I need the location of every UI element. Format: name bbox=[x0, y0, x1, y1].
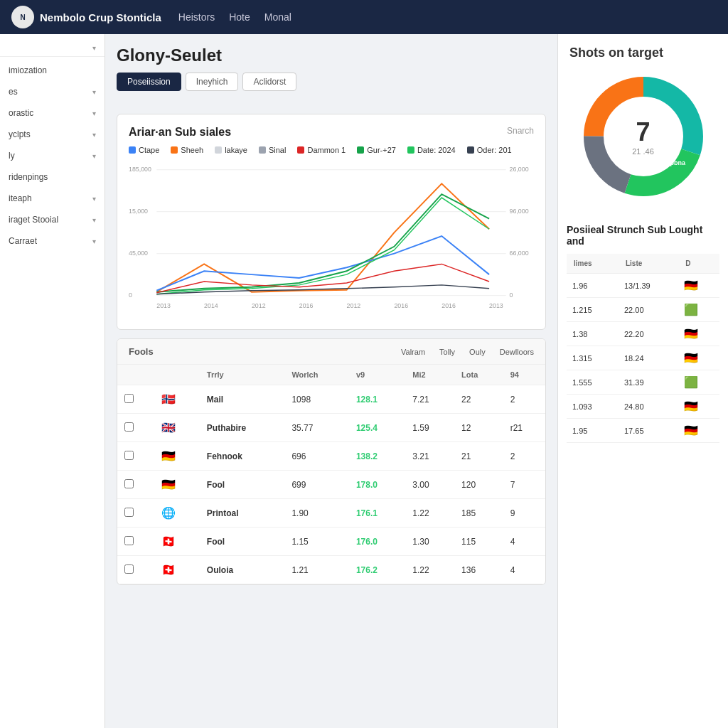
sidebar-item-ly[interactable]: ly ▾ bbox=[0, 145, 105, 166]
legend-label-sheeh: Sheeh bbox=[181, 146, 203, 154]
right-panel: Shots on target FuaBus g FT15 Cuipbna 7 bbox=[557, 34, 728, 728]
legend-color-sheeh bbox=[171, 146, 178, 154]
chart-header: Ariar·an Sub siales Snarch bbox=[129, 126, 534, 139]
row-checkbox[interactable] bbox=[117, 528, 154, 556]
row-val4: 21 bbox=[454, 442, 503, 471]
chevron-down-icon: ▾ bbox=[92, 195, 96, 203]
svg-text:2012: 2012 bbox=[347, 302, 361, 309]
col-v9[interactable]: v9 bbox=[349, 365, 405, 385]
legend-item-sheeh: Sheeh bbox=[171, 146, 203, 154]
chart-search-button[interactable]: Snarch bbox=[507, 126, 534, 136]
right-table: limes Liste D 1.96 13/1.39 🇩🇪 1.215 22.0… bbox=[567, 254, 719, 443]
tab-aclidorst[interactable]: Aclidorst bbox=[242, 73, 296, 91]
right-row-v2: 31.39 bbox=[619, 370, 678, 395]
chevron-down-icon: ▾ bbox=[92, 216, 96, 224]
col-trrly[interactable]: Trrly bbox=[200, 365, 285, 385]
sidebar-item-ridenpings[interactable]: ridenpings bbox=[0, 166, 105, 188]
row-flag: 🌐 bbox=[154, 499, 199, 528]
right-row-flag: 🇩🇪 bbox=[678, 274, 719, 298]
sidebar-label: orastic bbox=[9, 108, 33, 118]
svg-text:2014: 2014 bbox=[204, 302, 218, 309]
table-row: 🌐 Printoal 1.90 176.1 1.22 185 9 bbox=[117, 499, 545, 528]
sidebar-item-orastic[interactable]: orastic ▾ bbox=[0, 102, 105, 124]
col-94[interactable]: 94 bbox=[503, 365, 545, 385]
table-section-label: Fools bbox=[129, 346, 154, 357]
row-val2: 176.0 bbox=[349, 528, 405, 556]
chart-title: Ariar·an Sub siales bbox=[129, 126, 231, 139]
nav-link-heistors[interactable]: Heistors bbox=[178, 11, 215, 23]
sidebar-item-carraet[interactable]: Carraet ▾ bbox=[0, 230, 105, 252]
right-col-liste[interactable]: Liste bbox=[619, 254, 678, 274]
chevron-down-icon: ▾ bbox=[92, 88, 96, 96]
right-col-limes[interactable]: limes bbox=[567, 254, 619, 274]
sidebar-item-yclpts[interactable]: yclpts ▾ bbox=[0, 124, 105, 145]
row-val3: 3.21 bbox=[405, 442, 454, 471]
row-checkbox[interactable] bbox=[117, 471, 154, 499]
right-row-v2: 17.65 bbox=[619, 419, 678, 443]
svg-text:2016: 2016 bbox=[299, 302, 314, 309]
svg-text:2016: 2016 bbox=[441, 302, 456, 309]
right-row-flag: 🇩🇪 bbox=[678, 346, 719, 370]
row-val1: 1.90 bbox=[284, 499, 349, 528]
nav-link-monal[interactable]: Monal bbox=[264, 11, 291, 23]
right-table-row: 1.555 31.39 🟩 bbox=[567, 370, 719, 395]
row-checkbox[interactable] bbox=[117, 385, 154, 414]
chevron-down-icon: ▾ bbox=[92, 44, 96, 52]
right-row-v1: 1.95 bbox=[567, 419, 619, 443]
legend-color-sinal bbox=[259, 146, 266, 154]
row-val4: 22 bbox=[454, 385, 503, 414]
nav-link-hote[interactable]: Hote bbox=[229, 11, 250, 23]
row-checkbox[interactable] bbox=[117, 442, 154, 471]
chevron-down-icon: ▾ bbox=[92, 152, 96, 160]
row-val5: 4 bbox=[503, 528, 545, 556]
line-chart: 185,000 15,000 45,000 0 26,000 96,000 66… bbox=[129, 161, 534, 318]
legend-label-gur: Gur-+27 bbox=[367, 146, 396, 154]
sidebar-top-item[interactable]: ▾ bbox=[0, 40, 105, 57]
row-val3: 7.21 bbox=[405, 385, 454, 414]
legend-label-date: Date: 2024 bbox=[417, 146, 456, 154]
main-content: Glony-Seulet Poseiission Ineyhich Aclido… bbox=[105, 34, 557, 728]
right-col-d[interactable]: D bbox=[678, 254, 719, 274]
row-name: Fool bbox=[200, 471, 285, 499]
row-flag: 🇨🇭 bbox=[154, 556, 199, 584]
row-val3: 1.59 bbox=[405, 414, 454, 442]
row-checkbox[interactable] bbox=[117, 499, 154, 528]
right-row-flag: 🟩 bbox=[678, 370, 719, 395]
tab-ineyhich[interactable]: Ineyhich bbox=[186, 73, 239, 91]
tab-poseiission[interactable]: Poseiission bbox=[117, 73, 181, 91]
right-row-v2: 22.20 bbox=[619, 322, 678, 346]
col-empty bbox=[154, 365, 199, 385]
svg-text:26,000: 26,000 bbox=[510, 166, 529, 173]
col-mi2[interactable]: Mi2 bbox=[405, 365, 454, 385]
row-val4: 115 bbox=[454, 528, 503, 556]
tabs: Poseiission Ineyhich Aclidorst bbox=[117, 73, 546, 91]
brand-logo: N bbox=[11, 6, 34, 28]
col-lota[interactable]: Lota bbox=[454, 365, 503, 385]
legend-label-ctape: Ctape bbox=[139, 146, 159, 154]
right-row-flag: 🇩🇪 bbox=[678, 419, 719, 443]
donut-chart: FuaBus g FT15 Cuipbna 7 21 .46 bbox=[576, 69, 711, 204]
sidebar-label: Carraet bbox=[9, 236, 37, 246]
extra-header-ouly: Ouly bbox=[469, 348, 486, 356]
row-checkbox[interactable] bbox=[117, 414, 154, 442]
row-checkbox[interactable] bbox=[117, 556, 154, 584]
extra-header-dewlloors: Dewlloors bbox=[500, 348, 534, 356]
row-val4: 120 bbox=[454, 471, 503, 499]
sidebar-item-es[interactable]: es ▾ bbox=[0, 81, 105, 102]
right-row-flag: 🇩🇪 bbox=[678, 322, 719, 346]
row-val5: 2 bbox=[503, 442, 545, 471]
row-val1: 1098 bbox=[284, 385, 349, 414]
row-val5: r21 bbox=[503, 414, 545, 442]
col-worlch[interactable]: Worlch bbox=[284, 365, 349, 385]
row-val1: 1.21 bbox=[284, 556, 349, 584]
right-row-v1: 1.315 bbox=[567, 346, 619, 370]
sidebar-item-iteaph[interactable]: iteaph ▾ bbox=[0, 188, 105, 209]
legend-color-ctape bbox=[129, 146, 136, 154]
sidebar-item-imiozation[interactable]: imiozation bbox=[0, 60, 105, 81]
row-val4: 185 bbox=[454, 499, 503, 528]
navbar: N Nembolo Crup Stonticla Heistors Hote M… bbox=[0, 0, 728, 34]
svg-text:2013: 2013 bbox=[156, 302, 171, 309]
svg-text:0: 0 bbox=[129, 291, 132, 299]
sidebar-item-iraget-stooial[interactable]: iraget Stooial ▾ bbox=[0, 209, 105, 230]
row-val5: 9 bbox=[503, 499, 545, 528]
